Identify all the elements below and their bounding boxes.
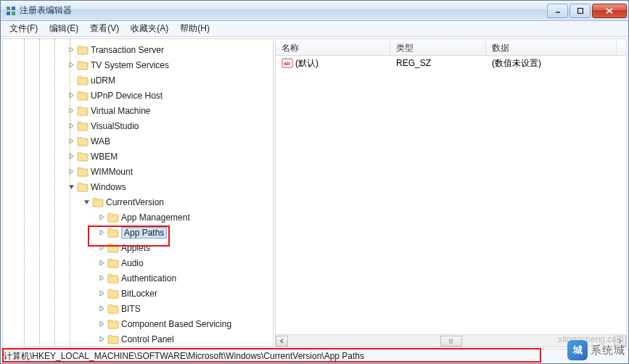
menu-favorites[interactable]: 收藏夹(A) [125,21,174,36]
expander-closed-icon[interactable] [96,334,107,344]
menu-edit[interactable]: 编辑(E) [44,21,84,36]
tree-node-label: Control Panel [121,334,174,344]
scroll-left-button[interactable] [276,336,288,347]
close-icon [605,7,614,15]
cell-name: (默认) [295,57,318,70]
expander-closed-icon[interactable] [66,151,77,162]
expander-closed-icon[interactable] [96,227,107,238]
expander-closed-icon[interactable] [96,242,107,253]
tree-node-label: Windows [91,182,126,192]
folder-icon [77,182,89,192]
expander-closed-icon[interactable] [66,136,77,146]
expander-closed-icon[interactable] [96,288,107,299]
tree-node[interactable]: UPnP Device Host [3,88,273,103]
expander-closed-icon[interactable] [66,59,77,70]
tree-node[interactable]: WBEM [3,149,273,164]
menu-view[interactable]: 查看(V) [84,21,125,36]
tree-node[interactable]: BITS [3,301,273,316]
tree-node-label: uDRM [91,75,115,86]
scroll-thumb[interactable] [440,336,462,347]
minimize-button[interactable] [547,4,568,18]
folder-icon [77,136,89,146]
expander-closed-icon[interactable] [96,212,107,223]
reg-string-icon [281,57,293,69]
tree-node-label: App Management [121,212,190,223]
folder-icon [77,91,89,101]
list-pane[interactable]: 名称 类型 数据 (默认)REG_SZ(数值未设置) [275,38,627,347]
folder-icon [77,152,89,162]
expander-closed-icon[interactable] [66,44,77,55]
svg-rect-7 [577,8,583,13]
titlebar[interactable]: 注册表编辑器 [1,1,628,21]
folder-icon [107,228,119,238]
list-header: 名称 类型 数据 [276,39,626,56]
tree-node-label: UPnP Device Host [91,91,163,101]
tree-node[interactable]: CurrentVersion [3,194,273,210]
tree-node[interactable]: BitLocker [3,286,273,301]
folder-icon [77,45,89,55]
tree-node[interactable]: App Management [3,210,273,225]
cell-data: (数值未设置) [489,57,620,70]
expander-closed-icon[interactable] [96,303,107,314]
watermark-brand: 系统城 [591,344,625,357]
tree-node[interactable]: TV System Services [3,57,273,73]
menu-help[interactable]: 帮助(H) [174,21,215,36]
expander-open-icon[interactable] [81,197,92,207]
tree-node-label: App Paths [121,227,167,239]
tree-node-label: Component Based Servicing [121,319,231,329]
tree-node-label: Applets [121,243,150,253]
folder-icon [77,75,89,86]
statusbar: 计算机\HKEY_LOCAL_MACHINE\SOFTWARE\Microsof… [1,349,628,363]
menu-file[interactable]: 文件(F) [4,21,44,36]
expander-open-icon[interactable] [66,181,77,192]
tree-node[interactable]: Control Panel [3,331,273,347]
menubar: 文件(F) 编辑(E) 查看(V) 收藏夹(A) 帮助(H) [1,21,628,37]
tree-node[interactable]: uDRM [3,73,273,88]
expander-closed-icon[interactable] [96,257,107,268]
tree-node-label: WBEM [91,152,118,162]
tree-node[interactable]: WAB [3,133,273,149]
expander-closed-icon[interactable] [66,120,77,131]
tree-node[interactable]: Windows [3,179,273,194]
expander-closed-icon[interactable] [66,166,77,177]
tree-node[interactable]: Controls Folder [3,347,273,347]
status-path: 计算机\HKEY_LOCAL_MACHINE\SOFTWARE\Microsof… [4,350,364,363]
tree-node[interactable]: Audio [3,255,273,270]
folder-icon [107,319,119,329]
tree-node[interactable]: Applets [3,240,273,255]
tree-node-label: Audio [121,258,144,268]
column-name[interactable]: 名称 [276,39,390,55]
expander-closed-icon[interactable] [66,90,77,101]
table-row[interactable]: (默认)REG_SZ(数值未设置) [276,56,626,70]
folder-icon [77,167,89,177]
maximize-button[interactable] [570,4,591,18]
tree-node[interactable]: Virtual Machine [3,103,273,118]
maximize-icon [577,7,584,15]
tree-node-label: TV System Services [91,60,169,70]
registry-editor-window: 注册表编辑器 文件(F) 编辑(E) 查看(V) 收藏夹(A) 帮助(H) Tr… [0,0,629,364]
tree-node-label: WIMMount [91,167,133,177]
chevron-left-icon [279,339,284,344]
tree-node[interactable]: Authentication [3,270,273,286]
tree-node-label: WAB [91,136,110,146]
folder-icon [77,60,89,70]
expander-closed-icon[interactable] [66,105,77,116]
tree-node[interactable]: Transaction Server [3,42,273,57]
column-data[interactable]: 数据 [486,39,617,55]
tree-node[interactable]: Component Based Servicing [3,316,273,331]
tree-node[interactable]: VisualStudio [3,118,273,133]
expander-closed-icon[interactable] [96,318,107,329]
close-button[interactable] [592,4,627,18]
tree-node-label: CurrentVersion [106,197,164,207]
tree-pane[interactable]: Transaction ServerTV System ServicesuDRM… [2,38,274,347]
watermark-logo: 城 系统城 [567,340,625,360]
tree-node-label: Transaction Server [91,45,164,55]
folder-icon [107,212,119,223]
column-type[interactable]: 类型 [390,39,486,55]
window-title: 注册表编辑器 [20,4,546,17]
expander-closed-icon[interactable] [96,273,107,284]
tree-node-label: VisualStudio [91,121,139,131]
tree-node[interactable]: App Paths [3,225,273,240]
tree-node[interactable]: WIMMount [3,164,273,179]
app-icon [5,5,17,17]
